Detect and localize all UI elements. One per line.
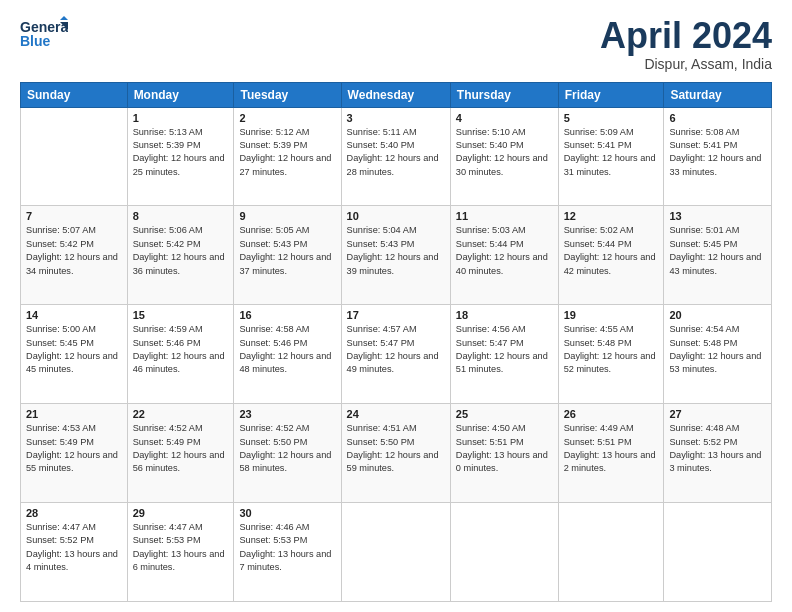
day-number: 26	[564, 408, 659, 420]
table-row: 16Sunrise: 4:58 AM Sunset: 5:46 PM Dayli…	[234, 305, 341, 404]
day-info: Sunrise: 5:06 AM Sunset: 5:42 PM Dayligh…	[133, 224, 229, 277]
day-number: 3	[347, 112, 445, 124]
week-row-3: 21Sunrise: 4:53 AM Sunset: 5:49 PM Dayli…	[21, 404, 772, 503]
table-row	[450, 503, 558, 602]
table-row: 3Sunrise: 5:11 AM Sunset: 5:40 PM Daylig…	[341, 107, 450, 206]
day-number: 11	[456, 210, 553, 222]
col-friday: Friday	[558, 82, 664, 107]
table-row: 28Sunrise: 4:47 AM Sunset: 5:52 PM Dayli…	[21, 503, 128, 602]
logo-svg: General Blue	[20, 16, 68, 56]
col-saturday: Saturday	[664, 82, 772, 107]
table-row	[341, 503, 450, 602]
table-row: 11Sunrise: 5:03 AM Sunset: 5:44 PM Dayli…	[450, 206, 558, 305]
table-row: 1Sunrise: 5:13 AM Sunset: 5:39 PM Daylig…	[127, 107, 234, 206]
col-thursday: Thursday	[450, 82, 558, 107]
day-number: 22	[133, 408, 229, 420]
table-row: 9Sunrise: 5:05 AM Sunset: 5:43 PM Daylig…	[234, 206, 341, 305]
table-row	[21, 107, 128, 206]
day-number: 6	[669, 112, 766, 124]
day-number: 17	[347, 309, 445, 321]
day-info: Sunrise: 4:52 AM Sunset: 5:49 PM Dayligh…	[133, 422, 229, 475]
day-info: Sunrise: 4:50 AM Sunset: 5:51 PM Dayligh…	[456, 422, 553, 475]
day-number: 21	[26, 408, 122, 420]
day-number: 30	[239, 507, 335, 519]
day-number: 5	[564, 112, 659, 124]
day-info: Sunrise: 5:02 AM Sunset: 5:44 PM Dayligh…	[564, 224, 659, 277]
table-row: 25Sunrise: 4:50 AM Sunset: 5:51 PM Dayli…	[450, 404, 558, 503]
table-row	[558, 503, 664, 602]
day-info: Sunrise: 5:04 AM Sunset: 5:43 PM Dayligh…	[347, 224, 445, 277]
day-info: Sunrise: 4:54 AM Sunset: 5:48 PM Dayligh…	[669, 323, 766, 376]
table-row: 17Sunrise: 4:57 AM Sunset: 5:47 PM Dayli…	[341, 305, 450, 404]
month-title: April 2024	[600, 16, 772, 56]
svg-marker-2	[60, 16, 68, 20]
table-row: 7Sunrise: 5:07 AM Sunset: 5:42 PM Daylig…	[21, 206, 128, 305]
table-row: 21Sunrise: 4:53 AM Sunset: 5:49 PM Dayli…	[21, 404, 128, 503]
week-row-2: 14Sunrise: 5:00 AM Sunset: 5:45 PM Dayli…	[21, 305, 772, 404]
day-info: Sunrise: 4:53 AM Sunset: 5:49 PM Dayligh…	[26, 422, 122, 475]
title-area: April 2024 Dispur, Assam, India	[600, 16, 772, 72]
day-info: Sunrise: 4:59 AM Sunset: 5:46 PM Dayligh…	[133, 323, 229, 376]
day-number: 4	[456, 112, 553, 124]
day-info: Sunrise: 5:05 AM Sunset: 5:43 PM Dayligh…	[239, 224, 335, 277]
day-number: 7	[26, 210, 122, 222]
table-row: 6Sunrise: 5:08 AM Sunset: 5:41 PM Daylig…	[664, 107, 772, 206]
day-info: Sunrise: 5:07 AM Sunset: 5:42 PM Dayligh…	[26, 224, 122, 277]
week-row-0: 1Sunrise: 5:13 AM Sunset: 5:39 PM Daylig…	[21, 107, 772, 206]
table-row: 24Sunrise: 4:51 AM Sunset: 5:50 PM Dayli…	[341, 404, 450, 503]
day-info: Sunrise: 5:08 AM Sunset: 5:41 PM Dayligh…	[669, 126, 766, 179]
day-number: 1	[133, 112, 229, 124]
day-number: 13	[669, 210, 766, 222]
table-row: 8Sunrise: 5:06 AM Sunset: 5:42 PM Daylig…	[127, 206, 234, 305]
day-info: Sunrise: 5:10 AM Sunset: 5:40 PM Dayligh…	[456, 126, 553, 179]
calendar-table: Sunday Monday Tuesday Wednesday Thursday…	[20, 82, 772, 602]
table-row	[664, 503, 772, 602]
table-row: 4Sunrise: 5:10 AM Sunset: 5:40 PM Daylig…	[450, 107, 558, 206]
page: General Blue April 2024 Dispur, Assam, I…	[0, 0, 792, 612]
day-number: 24	[347, 408, 445, 420]
day-info: Sunrise: 4:51 AM Sunset: 5:50 PM Dayligh…	[347, 422, 445, 475]
table-row: 20Sunrise: 4:54 AM Sunset: 5:48 PM Dayli…	[664, 305, 772, 404]
day-number: 8	[133, 210, 229, 222]
day-info: Sunrise: 4:49 AM Sunset: 5:51 PM Dayligh…	[564, 422, 659, 475]
table-row: 23Sunrise: 4:52 AM Sunset: 5:50 PM Dayli…	[234, 404, 341, 503]
col-tuesday: Tuesday	[234, 82, 341, 107]
day-info: Sunrise: 5:00 AM Sunset: 5:45 PM Dayligh…	[26, 323, 122, 376]
table-row: 15Sunrise: 4:59 AM Sunset: 5:46 PM Dayli…	[127, 305, 234, 404]
day-number: 14	[26, 309, 122, 321]
day-info: Sunrise: 4:57 AM Sunset: 5:47 PM Dayligh…	[347, 323, 445, 376]
table-row: 22Sunrise: 4:52 AM Sunset: 5:49 PM Dayli…	[127, 404, 234, 503]
day-number: 23	[239, 408, 335, 420]
day-number: 28	[26, 507, 122, 519]
table-row: 5Sunrise: 5:09 AM Sunset: 5:41 PM Daylig…	[558, 107, 664, 206]
day-number: 29	[133, 507, 229, 519]
col-wednesday: Wednesday	[341, 82, 450, 107]
location: Dispur, Assam, India	[600, 56, 772, 72]
day-number: 9	[239, 210, 335, 222]
header-row: Sunday Monday Tuesday Wednesday Thursday…	[21, 82, 772, 107]
day-info: Sunrise: 4:47 AM Sunset: 5:53 PM Dayligh…	[133, 521, 229, 574]
day-number: 2	[239, 112, 335, 124]
table-row: 18Sunrise: 4:56 AM Sunset: 5:47 PM Dayli…	[450, 305, 558, 404]
day-info: Sunrise: 4:47 AM Sunset: 5:52 PM Dayligh…	[26, 521, 122, 574]
day-number: 16	[239, 309, 335, 321]
svg-text:Blue: Blue	[20, 33, 51, 49]
table-row: 29Sunrise: 4:47 AM Sunset: 5:53 PM Dayli…	[127, 503, 234, 602]
day-info: Sunrise: 4:48 AM Sunset: 5:52 PM Dayligh…	[669, 422, 766, 475]
table-row: 30Sunrise: 4:46 AM Sunset: 5:53 PM Dayli…	[234, 503, 341, 602]
day-number: 18	[456, 309, 553, 321]
day-number: 10	[347, 210, 445, 222]
logo: General Blue	[20, 16, 68, 56]
day-number: 15	[133, 309, 229, 321]
table-row: 13Sunrise: 5:01 AM Sunset: 5:45 PM Dayli…	[664, 206, 772, 305]
week-row-4: 28Sunrise: 4:47 AM Sunset: 5:52 PM Dayli…	[21, 503, 772, 602]
col-sunday: Sunday	[21, 82, 128, 107]
day-info: Sunrise: 5:11 AM Sunset: 5:40 PM Dayligh…	[347, 126, 445, 179]
day-info: Sunrise: 5:09 AM Sunset: 5:41 PM Dayligh…	[564, 126, 659, 179]
header: General Blue April 2024 Dispur, Assam, I…	[20, 16, 772, 72]
table-row: 12Sunrise: 5:02 AM Sunset: 5:44 PM Dayli…	[558, 206, 664, 305]
col-monday: Monday	[127, 82, 234, 107]
week-row-1: 7Sunrise: 5:07 AM Sunset: 5:42 PM Daylig…	[21, 206, 772, 305]
day-number: 27	[669, 408, 766, 420]
day-number: 20	[669, 309, 766, 321]
